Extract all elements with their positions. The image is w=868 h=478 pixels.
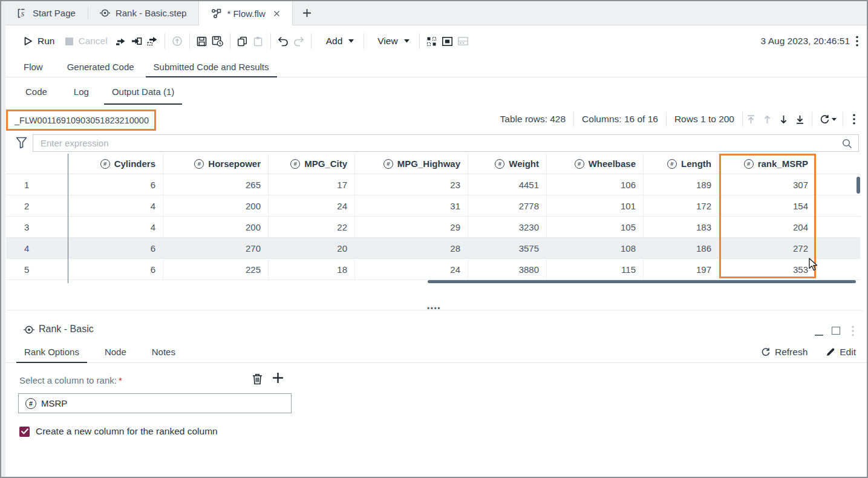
layout-grid-icon[interactable] — [424, 32, 440, 50]
refresh-dropdown-icon[interactable] — [816, 110, 840, 128]
tab-generated-code[interactable]: Generated Code — [59, 57, 142, 77]
splitter-handle[interactable]: •••• — [427, 304, 441, 313]
tab-code[interactable]: Code — [18, 80, 55, 105]
table-cell: 197 — [644, 259, 719, 280]
node-panel-header: Rank - Basic — [5, 319, 867, 342]
column-header-rank_MSRP[interactable]: #rank_MSRP — [719, 154, 816, 174]
step-icon — [24, 324, 34, 335]
chevron-down-icon — [348, 39, 354, 43]
table-row[interactable]: 3420022293230105183204 — [6, 217, 860, 238]
run-button[interactable]: Run — [18, 31, 60, 51]
add-dropdown[interactable]: Add — [321, 31, 360, 51]
filter-expression-input[interactable] — [33, 134, 859, 152]
maximize-icon[interactable] — [832, 327, 840, 335]
search-icon[interactable] — [842, 139, 852, 149]
rank-column-select[interactable]: # MSRP — [18, 393, 292, 413]
table-cell: 4 — [68, 195, 163, 216]
toolbar-divider — [165, 33, 165, 49]
run-to-node-icon[interactable] — [113, 32, 129, 50]
undo-icon[interactable] — [275, 32, 291, 50]
column-header-Cylinders[interactable]: #Cylinders — [68, 154, 163, 174]
column-header-MPG_City[interactable]: #MPG_City — [269, 154, 355, 174]
column-header-Weight[interactable]: #Weight — [468, 154, 547, 174]
svg-text:S: S — [21, 10, 25, 17]
table-toolbar: _FLW00116910903051823210000 Table rows: … — [5, 105, 867, 133]
overflow-menu-icon[interactable] — [856, 36, 858, 47]
edit-label: Edit — [840, 347, 856, 358]
numeric-column-icon: # — [383, 159, 393, 169]
save-all-icon[interactable] — [210, 32, 226, 50]
table-cell: 29 — [355, 217, 468, 237]
chevron-down-icon — [404, 39, 410, 43]
table-cell: 204 — [719, 217, 816, 237]
refresh-button[interactable]: Refresh — [761, 347, 808, 358]
table-row[interactable]: 5622518243880115197353 — [6, 259, 860, 280]
edit-button[interactable]: Edit — [826, 347, 856, 358]
add-column-icon[interactable] — [272, 372, 284, 384]
tab-output-data[interactable]: Output Data (1) — [104, 80, 182, 105]
tab-flow-flw[interactable]: * Flow.flw — [198, 1, 292, 25]
column-header-Length[interactable]: #Length — [644, 154, 719, 174]
table-row[interactable]: 1626517234451106189307 — [6, 174, 860, 195]
add-label: Add — [326, 36, 343, 47]
table-row[interactable]: 4627020283575108186272 — [6, 238, 860, 259]
numeric-column-icon: # — [25, 398, 36, 409]
table-cell: 106 — [547, 174, 644, 195]
main-toolbar: Run Cancel — [5, 25, 867, 57]
column-header-Horsepower[interactable]: #Horsepower — [163, 154, 269, 174]
table-cell: 20 — [269, 238, 355, 258]
tab-start-page[interactable]: S Start Page — [5, 1, 88, 25]
minimize-icon[interactable] — [815, 335, 823, 336]
rows-range: Rows 1 to 200 — [667, 114, 742, 125]
numeric-column-icon: # — [194, 159, 204, 169]
window-left-gutter — [1, 1, 5, 477]
filter-icon — [16, 137, 27, 149]
column-header-MPG_Highway[interactable]: #MPG_Highway — [355, 154, 468, 174]
table-cell: 17 — [269, 174, 355, 195]
copy-icon[interactable] — [235, 32, 250, 50]
tab-rank-basic-step[interactable]: Rank - Basic.step — [88, 1, 199, 25]
run-selected-node-icon[interactable] — [129, 32, 145, 50]
refresh-label: Refresh — [775, 347, 808, 358]
row-number: 2 — [6, 195, 68, 216]
cancel-button: Cancel — [60, 31, 113, 51]
tab-flow[interactable]: Flow — [16, 57, 51, 77]
numeric-column-icon: # — [744, 159, 754, 169]
column-header-Wheelbase[interactable]: #Wheelbase — [547, 154, 644, 174]
create-new-column-label: Create a new column for the ranked colum… — [36, 426, 218, 437]
table-cell: 2778 — [468, 195, 547, 216]
layout-focus-icon[interactable] — [440, 32, 455, 50]
next-rows-icon[interactable] — [775, 110, 792, 128]
view-label: View — [377, 36, 397, 47]
table-cell: 3575 — [468, 238, 547, 258]
toolbar-divider — [311, 33, 312, 49]
numeric-column-icon: # — [667, 159, 677, 169]
table-cell: 270 — [163, 238, 269, 258]
table-overflow-menu-icon[interactable] — [846, 110, 862, 128]
new-tab-button[interactable] — [293, 1, 321, 25]
table-cell: 189 — [644, 174, 719, 195]
horizontal-scrollbar[interactable] — [428, 280, 856, 283]
vertical-scrollbar[interactable] — [857, 177, 860, 194]
numeric-column-icon: # — [290, 159, 300, 169]
output-table-name[interactable]: _FLW00116910903051823210000 — [6, 110, 156, 131]
table-row[interactable]: 2420024312778101172154 — [6, 195, 860, 217]
create-new-column-checkbox[interactable] — [19, 427, 30, 437]
layout-panel-icon — [455, 32, 471, 50]
last-rows-icon[interactable] — [792, 110, 808, 128]
flow-icon — [211, 8, 221, 19]
panel-overflow-menu-icon[interactable] — [852, 326, 854, 336]
tab-node[interactable]: Node — [97, 342, 134, 363]
table-cell: 3880 — [468, 259, 547, 280]
tab-submitted-code-results[interactable]: Submitted Code and Results — [146, 57, 277, 77]
run-from-node-icon[interactable] — [145, 32, 160, 50]
tab-log[interactable]: Log — [66, 80, 97, 105]
delete-column-icon[interactable] — [252, 373, 263, 385]
close-icon[interactable] — [273, 10, 280, 17]
view-dropdown[interactable]: View — [372, 31, 414, 51]
numeric-column-icon: # — [100, 159, 110, 169]
tab-notes[interactable]: Notes — [144, 342, 183, 363]
table-cell: 200 — [163, 195, 269, 216]
tab-rank-options[interactable]: Rank Options — [16, 342, 87, 363]
save-icon[interactable] — [194, 32, 210, 50]
